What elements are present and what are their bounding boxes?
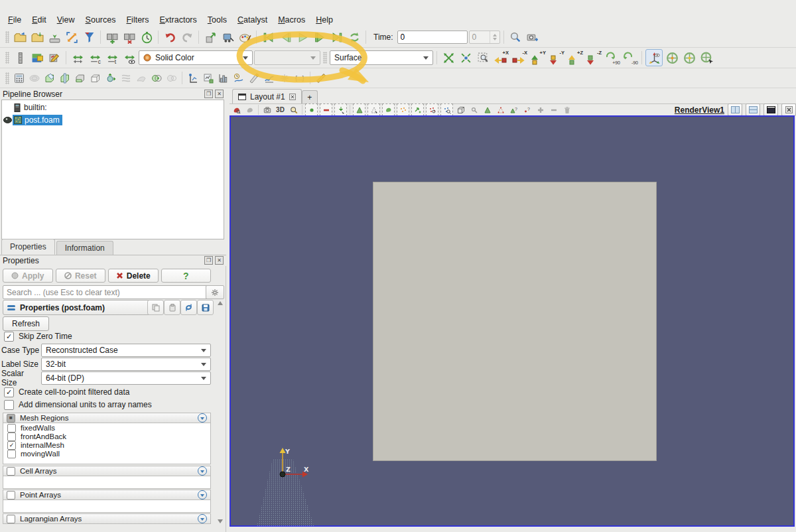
maximize-view-icon[interactable] <box>763 103 778 116</box>
movingwall-checkbox[interactable] <box>7 450 16 458</box>
fixedwalls-checkbox[interactable] <box>7 424 16 432</box>
view-plus-x-button[interactable]: +X <box>492 50 509 66</box>
reset-camera-icon[interactable] <box>440 50 456 66</box>
label-size-combobox[interactable]: 32-bit <box>41 358 211 371</box>
pipeline-item-builtin[interactable]: builtin: <box>2 102 224 113</box>
close-tab-icon[interactable] <box>289 94 296 100</box>
last-frame-icon[interactable] <box>329 29 345 45</box>
interactive-select-cells-2-icon[interactable] <box>482 104 493 115</box>
open-file-icon[interactable] <box>12 29 28 45</box>
visibility-eye-icon[interactable] <box>3 117 12 123</box>
rotate-90-cw-icon[interactable]: +90 <box>604 50 620 66</box>
view-plus-z-button[interactable]: +Z <box>566 50 584 66</box>
slice-icon[interactable] <box>58 71 72 85</box>
group-datasets-icon[interactable] <box>149 71 163 85</box>
timer-icon[interactable] <box>139 29 155 45</box>
zoom-to-data-icon[interactable] <box>458 50 474 66</box>
menu-help[interactable]: Help <box>310 14 338 26</box>
menu-sources[interactable]: Sources <box>80 14 121 26</box>
next-frame-icon[interactable] <box>312 29 328 45</box>
layout-tab[interactable]: Layout #1 <box>232 89 302 103</box>
save-defaults-icon[interactable] <box>197 300 214 315</box>
source-link-icon[interactable] <box>202 29 218 45</box>
edit-color-legend-icon[interactable] <box>231 104 242 115</box>
ruler-icon[interactable] <box>314 71 328 85</box>
loop-icon[interactable] <box>346 29 362 45</box>
mesh-regions-combo-icon[interactable] <box>198 413 207 423</box>
menu-tools[interactable]: Tools <box>202 14 232 26</box>
help-button[interactable]: ? <box>161 269 212 283</box>
orientation-axes-icon[interactable] <box>645 49 663 66</box>
zoom-inspect-icon[interactable] <box>507 29 523 45</box>
dock-close-icon[interactable]: ✕ <box>215 256 224 265</box>
warp-icon[interactable] <box>134 71 148 85</box>
stream-tracer-icon[interactable] <box>119 71 133 85</box>
toolbar-handle[interactable] <box>5 31 9 43</box>
color-by-combobox[interactable]: Solid Color <box>139 50 253 65</box>
delete-view-icon[interactable] <box>561 104 572 115</box>
first-frame-icon[interactable] <box>260 29 276 45</box>
select-block-icon[interactable] <box>397 103 409 116</box>
view-plus-y-button[interactable]: +Y <box>529 50 547 66</box>
dimensional-units-row[interactable]: Add dimensional units to array names <box>4 400 152 409</box>
query-points-icon[interactable]: ? <box>521 104 533 115</box>
new-layout-tab[interactable]: + <box>302 90 318 103</box>
rotate-90-ccw-icon[interactable]: -90 <box>622 50 638 66</box>
data-extract-icon[interactable] <box>220 29 235 45</box>
mesh-region-item[interactable]: ✓internalMesh <box>3 440 210 449</box>
hover-cells-icon[interactable] <box>440 103 453 116</box>
dock-float-icon[interactable]: ❐ <box>204 256 213 265</box>
menu-extractors[interactable]: Extractors <box>155 14 202 26</box>
mesh-region-item[interactable]: movingWall <box>3 449 210 458</box>
show-center-icon[interactable] <box>664 50 680 66</box>
view-minus-z-button[interactable]: -Z <box>585 50 602 66</box>
select-cells-on-icon[interactable] <box>305 103 318 116</box>
split-vertical-icon[interactable] <box>746 103 760 116</box>
interactive-select-points-icon[interactable] <box>426 103 438 116</box>
time-input[interactable] <box>397 31 468 44</box>
toolbar-handle[interactable] <box>5 52 9 64</box>
contour-icon[interactable] <box>27 71 41 85</box>
mesh-region-item[interactable]: fixedWalls <box>3 423 210 432</box>
plot-data-icon[interactable] <box>262 71 276 85</box>
query-cells-icon[interactable]: ? <box>508 104 519 115</box>
hover-points-icon[interactable] <box>468 104 480 115</box>
undo-icon[interactable] <box>162 29 178 45</box>
toolbar-handle[interactable] <box>5 72 9 84</box>
cell-to-point-checkbox[interactable]: ✓ <box>4 387 14 397</box>
redo-icon[interactable] <box>179 29 195 45</box>
capture-screenshot-icon[interactable] <box>525 29 541 45</box>
lagrangian-arrays-combo-icon[interactable] <box>198 514 207 523</box>
split-horizontal-icon[interactable] <box>728 103 742 116</box>
calculator-icon[interactable] <box>12 71 26 85</box>
skip-zero-time-row[interactable]: ✓ Skip Zero Time <box>4 332 72 341</box>
cell-arrays-combo-icon[interactable] <box>198 466 207 476</box>
server-connect-icon[interactable] <box>104 29 120 45</box>
reset-button[interactable]: Reset <box>56 269 106 283</box>
refresh-button[interactable]: Refresh <box>3 316 49 331</box>
scroll-down-arrow[interactable] <box>218 519 223 523</box>
dimensional-units-checkbox[interactable] <box>4 400 14 410</box>
cell-to-point-row[interactable]: ✓ Create cell-to-point filtered data <box>4 387 129 397</box>
menu-macros[interactable]: Macros <box>273 14 310 26</box>
menu-file[interactable]: File <box>3 14 27 26</box>
play-icon[interactable] <box>295 29 310 45</box>
remove-view-icon[interactable] <box>548 104 559 115</box>
point-arrays-checkbox[interactable] <box>7 491 15 499</box>
select-cells-through-icon[interactable] <box>334 103 347 116</box>
edit-colormap-icon[interactable] <box>46 50 62 66</box>
tab-properties[interactable]: Properties <box>1 239 55 255</box>
delete-button[interactable]: Delete <box>108 269 159 283</box>
zoom-to-box-icon[interactable] <box>475 50 491 66</box>
properties-section-header[interactable]: Properties (post.foam) <box>3 300 154 315</box>
pipeline-item-postfoam[interactable]: post.foam <box>2 115 224 125</box>
representation-combobox[interactable]: Surface <box>330 50 433 65</box>
scalar-size-combobox[interactable]: 64-bit (DP) <box>41 371 211 385</box>
extract-block-icon[interactable] <box>165 71 178 85</box>
add-view-icon[interactable] <box>535 104 546 115</box>
apply-button[interactable]: Apply <box>3 269 53 283</box>
select-points-through-icon[interactable] <box>353 103 365 116</box>
component-combobox[interactable] <box>254 50 320 65</box>
view-minus-x-button[interactable]: -X <box>511 50 528 66</box>
interactive-zoom-icon[interactable] <box>288 104 299 115</box>
